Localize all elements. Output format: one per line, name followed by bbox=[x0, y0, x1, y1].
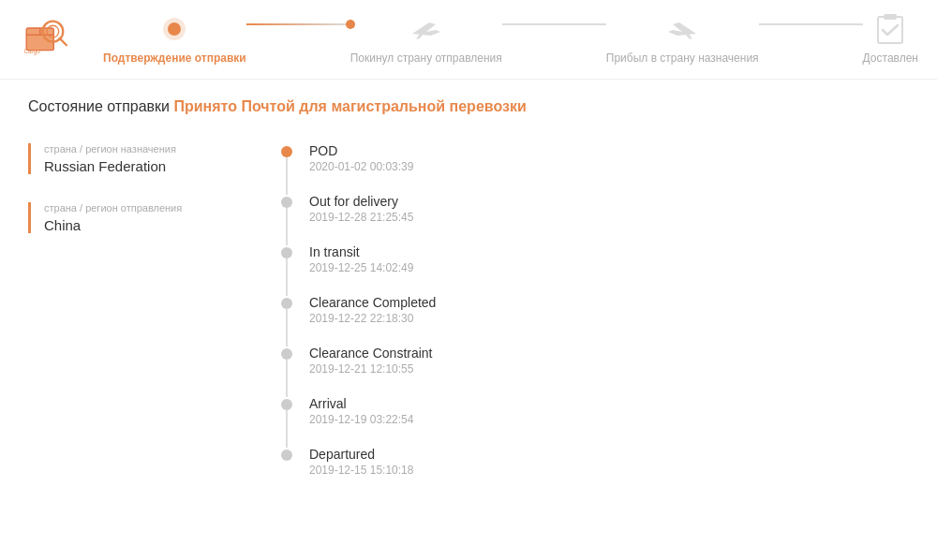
timeline-content: In transit2019-12-25 14:02:49 bbox=[309, 244, 413, 274]
timeline-item: Out for delivery2019-12-28 21:25:45 bbox=[281, 194, 909, 224]
timeline-item: Arrival2019-12-19 03:22:54 bbox=[281, 396, 909, 426]
timeline-dot bbox=[281, 449, 292, 461]
destination-label: страна / регион назначения bbox=[44, 143, 253, 155]
status-prefix: Состояние отправки bbox=[28, 98, 174, 114]
timeline-dot bbox=[281, 146, 292, 157]
step4-label: Доставлен bbox=[863, 52, 918, 65]
step3-icon bbox=[659, 10, 706, 48]
step3-label: Прибыл в страну назначения bbox=[606, 52, 759, 65]
step-departed: Покинул страну отправления bbox=[350, 10, 502, 65]
timeline-dot bbox=[281, 298, 292, 309]
timeline-item: Clearance Completed2019-12-22 22:18:30 bbox=[281, 295, 909, 325]
timeline-dot bbox=[281, 197, 292, 208]
origin-block: страна / регион отправления China bbox=[28, 202, 253, 233]
status-highlight: Принято Почтой для магистральной перевоз… bbox=[174, 98, 527, 114]
timeline-content: Clearance Completed2019-12-22 22:18:30 bbox=[309, 295, 436, 325]
svg-point-9 bbox=[168, 22, 181, 36]
svg-line-5 bbox=[60, 38, 67, 45]
origin-value: China bbox=[44, 217, 253, 233]
timeline-event-label: Arrival bbox=[309, 396, 413, 411]
timeline-dot bbox=[281, 399, 292, 410]
status-line: Состояние отправки Принято Почтой для ма… bbox=[28, 98, 909, 115]
timeline-content: POD2020-01-02 00:03:39 bbox=[309, 143, 413, 173]
timeline-event-label: Clearance Completed bbox=[309, 295, 436, 310]
timeline-content: Departured2019-12-15 15:10:18 bbox=[309, 447, 413, 477]
timeline-item: Departured2019-12-15 15:10:18 bbox=[281, 447, 909, 477]
logo: Cargo Tracking bbox=[19, 9, 94, 66]
step-arrived: Прибыл в страну назначения bbox=[606, 10, 759, 65]
timeline: POD2020-01-02 00:03:39Out for delivery20… bbox=[272, 143, 909, 497]
timeline-item: POD2020-01-02 00:03:39 bbox=[281, 143, 909, 173]
step2-icon bbox=[403, 10, 450, 48]
step2-label: Покинул страну отправления bbox=[350, 52, 502, 65]
svg-rect-11 bbox=[884, 14, 897, 20]
timeline-event-date: 2019-12-15 15:10:18 bbox=[309, 464, 413, 477]
timeline-event-label: Out for delivery bbox=[309, 194, 413, 209]
timeline-event-date: 2019-12-28 21:25:45 bbox=[309, 211, 413, 224]
tracking-header: Cargo Tracking Подтверждение отправки bbox=[0, 0, 937, 80]
step-confirmation: Подтверждение отправки bbox=[103, 10, 246, 65]
destination-value: Russian Federation bbox=[44, 158, 253, 174]
timeline-content: Clearance Constraint2019-12-21 12:10:55 bbox=[309, 346, 433, 376]
timeline-event-label: POD bbox=[309, 143, 413, 158]
steps-container: Подтверждение отправки Покинул страну от… bbox=[103, 10, 918, 65]
left-panel: страна / регион назначения Russian Feder… bbox=[28, 143, 253, 497]
svg-text:Tracking: Tracking bbox=[23, 55, 47, 56]
timeline-item: Clearance Constraint2019-12-21 12:10:55 bbox=[281, 346, 909, 376]
timeline-event-date: 2020-01-02 00:03:39 bbox=[309, 160, 413, 173]
origin-label: страна / регион отправления bbox=[44, 202, 253, 214]
connector-1 bbox=[246, 23, 350, 25]
timeline-event-date: 2019-12-19 03:22:54 bbox=[309, 413, 413, 426]
connector-3 bbox=[759, 23, 863, 25]
timeline-event-date: 2019-12-25 14:02:49 bbox=[309, 261, 413, 274]
timeline-content: Out for delivery2019-12-28 21:25:45 bbox=[309, 194, 413, 224]
step1-icon bbox=[151, 10, 198, 48]
step-delivered: Доставлен bbox=[863, 10, 918, 65]
connector-2 bbox=[502, 23, 606, 25]
timeline-dot bbox=[281, 348, 292, 360]
main-content: Состояние отправки Принято Почтой для ма… bbox=[0, 80, 937, 516]
timeline-event-label: Departured bbox=[309, 447, 413, 462]
timeline-content: Arrival2019-12-19 03:22:54 bbox=[309, 396, 413, 426]
info-panel: страна / регион назначения Russian Feder… bbox=[28, 143, 909, 497]
timeline-item: In transit2019-12-25 14:02:49 bbox=[281, 244, 909, 274]
timeline-event-date: 2019-12-21 12:10:55 bbox=[309, 362, 433, 376]
timeline-dot bbox=[281, 247, 292, 258]
timeline-event-label: Clearance Constraint bbox=[309, 346, 433, 361]
step1-label: Подтверждение отправки bbox=[103, 52, 246, 65]
timeline-event-date: 2019-12-22 22:18:30 bbox=[309, 312, 436, 325]
destination-block: страна / регион назначения Russian Feder… bbox=[28, 143, 253, 174]
timeline-event-label: In transit bbox=[309, 244, 413, 259]
step4-icon bbox=[867, 10, 914, 48]
